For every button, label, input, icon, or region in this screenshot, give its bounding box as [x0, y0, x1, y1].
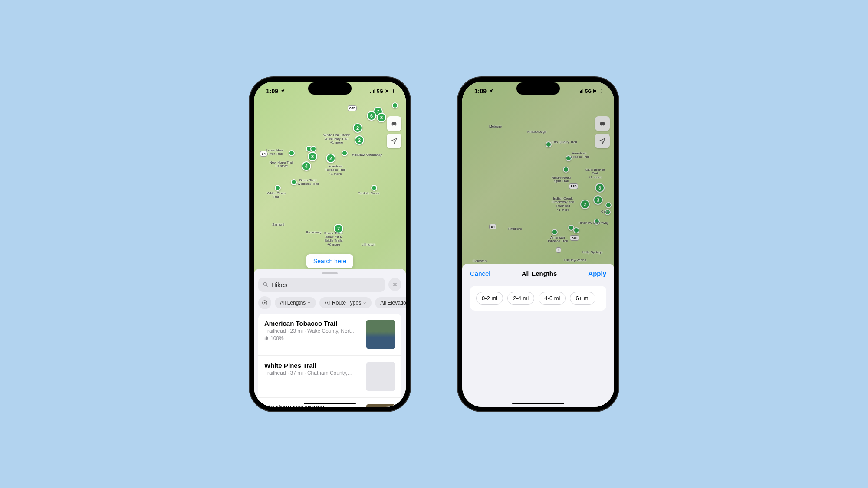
length-filter-sheet: Cancel All Lengths Apply 0-2 mi 2-4 mi 4… [462, 264, 614, 407]
search-here-button[interactable]: Search here [306, 254, 353, 268]
map-label: Hinshaw Greenway [352, 153, 382, 157]
cancel-button[interactable]: Cancel [470, 270, 490, 277]
result-title: American Tobacco Trail [264, 320, 361, 327]
result-item[interactable]: American Tobacco Trail Trailhead · 23 mi… [258, 314, 401, 356]
result-subtitle: Trailhead · 23 mi · Wake County, Nort… [264, 328, 361, 334]
filter-route-types-chip[interactable]: All Route Types [319, 297, 372, 308]
cluster-pin[interactable]: 2 [355, 135, 364, 145]
map-label: Indian CreekGreenway andTrailhead+1 more [552, 197, 574, 212]
phone-right: 1:09 5G 64 885 1 540 3 3 2 [458, 77, 618, 411]
cluster-pin[interactable]: 3 [377, 113, 386, 122]
trail-pin[interactable] [546, 141, 552, 147]
locate-me-button[interactable] [595, 134, 610, 148]
result-rating: 100% [264, 335, 361, 341]
map-label: AmericanTobacco Trail [547, 236, 568, 244]
dynamic-island [516, 82, 560, 95]
cluster-pin[interactable]: 3 [308, 152, 317, 161]
trail-pin[interactable] [371, 185, 377, 191]
cell-signal-icon [579, 89, 583, 93]
cluster-pin[interactable]: 2 [580, 200, 590, 209]
screen-left: 1:09 5G 64 885 7 6 3 2 2 3 2 [254, 82, 406, 407]
network-label: 5G [585, 88, 592, 94]
map-label: Holly Springs [582, 251, 602, 255]
home-indicator[interactable] [512, 403, 564, 404]
driving-mode-button[interactable] [387, 116, 401, 131]
trail-pin[interactable] [392, 102, 398, 108]
thumbs-up-icon [264, 336, 269, 341]
cluster-pin[interactable]: 3 [593, 195, 603, 205]
car-icon [598, 120, 606, 128]
locate-me-button[interactable] [387, 134, 401, 148]
svg-point-0 [263, 282, 266, 285]
cluster-pin[interactable]: 4 [302, 161, 311, 171]
filter-elevation-chip[interactable]: All Elevation [375, 297, 406, 308]
map-label: Pittsboro [508, 227, 522, 231]
trail-pin[interactable] [605, 202, 612, 208]
filter-bar: All Lengths All Route Types All Elevatio… [254, 296, 406, 314]
trail-pin[interactable] [291, 179, 297, 185]
battery-icon [385, 89, 394, 93]
result-subtitle: Trailhead · 37 mi · Chatham County,… [264, 370, 361, 376]
map-label: Hinshaw Greenway [579, 221, 608, 225]
search-input[interactable]: Hikes [258, 278, 385, 292]
map-label: Raven RockState ParkBridle Trails+6 more [324, 232, 343, 247]
trail-pin[interactable] [573, 227, 579, 233]
chevron-down-icon [363, 301, 366, 305]
trail-pin[interactable] [310, 146, 316, 152]
map-label: Cary [601, 210, 608, 214]
map-label: Sanford [272, 223, 284, 227]
map-label: Broadway [306, 231, 322, 235]
trail-pin[interactable] [289, 150, 295, 156]
close-icon [392, 282, 398, 287]
cluster-pin[interactable]: 2 [353, 123, 362, 133]
phone-left: 1:09 5G 64 885 7 6 3 2 2 3 2 [250, 77, 410, 411]
cluster-pin[interactable]: 2 [326, 154, 335, 163]
map-label: New Hope Trail+3 more [270, 161, 293, 169]
route-badge-540: 540 [570, 235, 579, 241]
length-option[interactable]: 0-2 mi [476, 292, 503, 305]
home-indicator[interactable] [304, 403, 356, 404]
navigation-arrow-icon [599, 138, 606, 144]
map-label: Hillsborough [527, 130, 546, 134]
cluster-pin[interactable]: 3 [595, 183, 605, 193]
filter-lengths-chip[interactable]: All Lengths [275, 297, 316, 308]
filter-sheet-title: All Lengths [522, 270, 557, 277]
sliders-icon [262, 300, 268, 306]
clear-search-button[interactable] [388, 278, 401, 291]
result-item[interactable]: White Pines Trail Trailhead · 37 mi · Ch… [258, 356, 401, 398]
status-time: 1:09 [266, 88, 278, 95]
route-badge-64: 64 [489, 224, 496, 229]
map-label: Goldston [473, 259, 487, 263]
map-label: White PinesTrail [267, 192, 286, 200]
map-label: Sal's BranchTrail+2 more [585, 168, 605, 180]
map-label: Mebane [489, 125, 502, 129]
route-badge-1: 1 [556, 247, 561, 253]
trail-pin[interactable] [563, 167, 569, 173]
length-option[interactable]: 2-4 mi [507, 292, 534, 305]
filter-settings-button[interactable] [258, 296, 271, 309]
cluster-pin[interactable]: 6 [367, 111, 376, 121]
svg-point-3 [264, 302, 266, 304]
search-value: Hikes [271, 281, 288, 288]
apply-button[interactable]: Apply [588, 270, 606, 277]
sheet-grabber[interactable] [322, 272, 338, 274]
trail-pin[interactable] [342, 150, 348, 156]
length-options: 0-2 mi 2-4 mi 4-6 mi 6+ mi [470, 286, 606, 311]
route-badge-885: 885 [348, 105, 357, 111]
results-sheet[interactable]: Hikes All Lengths All Route Types All El… [254, 269, 406, 407]
result-thumbnail [366, 362, 395, 391]
battery-icon [593, 89, 602, 93]
map-label: Terrible Creek [358, 192, 380, 196]
driving-mode-button[interactable] [595, 116, 610, 131]
svg-line-1 [266, 285, 268, 287]
result-title: Hinshaw Greenway [264, 404, 361, 407]
length-option[interactable]: 6+ mi [570, 292, 595, 305]
location-arrow-icon [280, 88, 285, 94]
network-label: 5G [377, 88, 383, 94]
length-option[interactable]: 4-6 mi [539, 292, 566, 305]
trail-pin[interactable] [552, 229, 558, 235]
dynamic-island [308, 82, 352, 95]
map-label: White Oak CreekGreenway Trail+1 more [323, 134, 350, 145]
navigation-arrow-icon [391, 138, 398, 144]
trail-pin[interactable] [275, 185, 281, 191]
